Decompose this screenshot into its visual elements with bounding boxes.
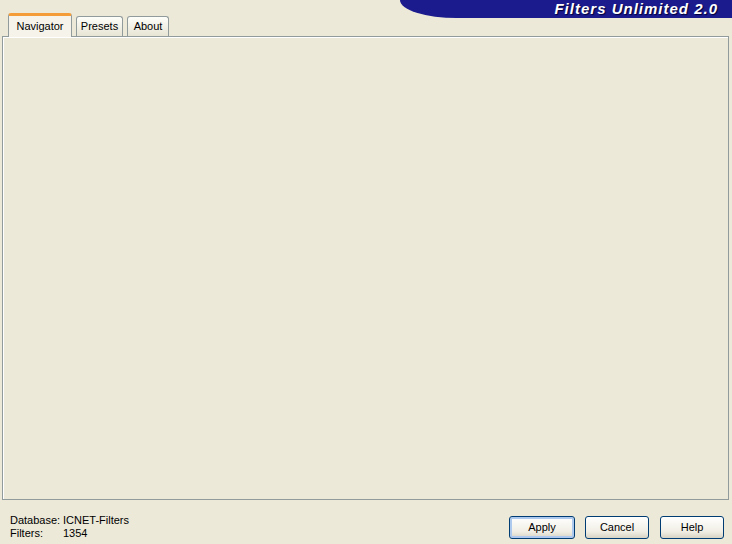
tab-navigator[interactable]: Navigator	[8, 13, 72, 37]
apply-button[interactable]: Apply	[509, 516, 575, 539]
title-banner: Filters Unlimited 2.0	[400, 0, 732, 18]
filters-count-value: 1354	[63, 527, 87, 539]
cancel-button[interactable]: Cancel	[585, 516, 649, 539]
filters-unlimited-dialog: Filters Unlimited 2.0 Navigator Presets …	[0, 0, 732, 544]
tab-label: Presets	[81, 20, 118, 32]
database-status-label: Database:	[10, 514, 60, 526]
database-status-value: ICNET-Filters	[63, 514, 129, 526]
help-button[interactable]: Help	[660, 516, 724, 539]
tab-about[interactable]: About	[127, 16, 169, 37]
navigator-tab-page	[2, 36, 729, 500]
filters-count-label: Filters:	[10, 527, 43, 539]
tab-presets[interactable]: Presets	[76, 16, 123, 37]
tab-label: Navigator	[16, 20, 63, 32]
tab-label: About	[134, 20, 163, 32]
